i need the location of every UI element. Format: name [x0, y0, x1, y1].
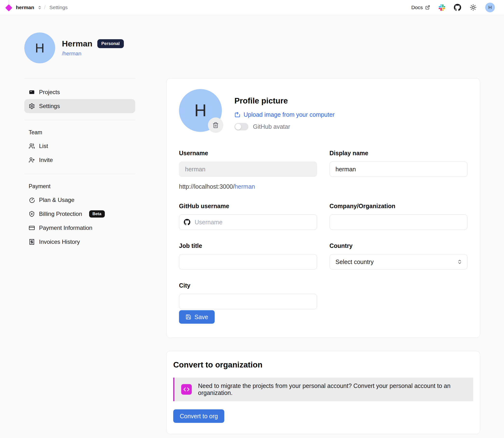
sidebar-item-label: Invoices History — [39, 239, 80, 245]
sidebar-item-label: Payment Information — [39, 225, 92, 231]
profile-name: Herman — [62, 39, 92, 48]
upload-link-label: Upload image from your computer — [244, 111, 335, 118]
sidebar-item-label: Projects — [39, 89, 60, 96]
save-button-label: Save — [195, 314, 208, 321]
github-avatar-toggle-label: GitHub avatar — [253, 123, 290, 130]
sidebar-section-title-team: Team — [24, 129, 135, 136]
code-icon — [181, 384, 192, 395]
beta-badge: Beta — [89, 210, 105, 218]
sidebar-section-title-payment: Payment — [24, 183, 135, 190]
display-name-label: Display name — [330, 150, 468, 157]
profile-url-helper: http://localhost:3000/herman — [179, 183, 317, 190]
profile-picture-title: Profile picture — [234, 96, 335, 105]
brand-diamond-icon — [5, 0, 12, 15]
job-title-group: Job title — [179, 242, 317, 270]
external-link-icon — [425, 5, 430, 10]
sidebar-item-plan-usage[interactable]: Plan & Usage — [24, 193, 135, 207]
avatar-initial: H — [195, 101, 207, 120]
sidebar-item-label: Invite — [39, 157, 53, 164]
workspace-name: herman — [16, 5, 34, 10]
sidebar-item-label: Settings — [39, 103, 60, 110]
docs-link[interactable]: Docs — [411, 5, 430, 10]
job-title-label: Job title — [179, 242, 317, 249]
receipt-icon — [29, 239, 35, 245]
divider — [24, 120, 135, 120]
chevrons-up-down-icon — [38, 6, 42, 10]
save-button[interactable]: Save — [179, 310, 215, 324]
sidebar-item-label: Plan & Usage — [39, 197, 74, 203]
save-icon — [185, 314, 191, 320]
sun-theme-icon[interactable] — [470, 4, 477, 11]
breadcrumb-separator: / — [44, 4, 46, 11]
country-select[interactable]: Select country — [330, 254, 468, 270]
credit-card-icon — [29, 225, 35, 231]
sidebar-item-list[interactable]: List — [24, 139, 135, 153]
sidebar-item-settings[interactable]: Settings — [24, 99, 135, 113]
sidebar: Projects Settings Team List — [24, 78, 135, 256]
country-select-value: Select country — [336, 258, 374, 265]
username-group: Username http://localhost:3000/herman — [179, 150, 317, 190]
github-username-group: GitHub username — [179, 203, 317, 230]
slack-icon[interactable] — [439, 4, 445, 11]
chevrons-up-down-icon — [457, 259, 462, 264]
username-input[interactable] — [179, 162, 317, 177]
convert-card-title: Convert to organization — [173, 360, 473, 369]
sidebar-item-billing-protection[interactable]: Billing Protection Beta — [24, 207, 135, 221]
sidebar-item-payment-information[interactable]: Payment Information — [24, 221, 135, 235]
users-icon — [29, 143, 35, 149]
upload-icon — [234, 112, 241, 118]
profile-settings-card: H Profile picture U — [166, 78, 480, 338]
profile-avatar: H — [24, 33, 55, 63]
sidebar-item-label: Billing Protection — [39, 211, 82, 217]
city-group: City — [179, 282, 317, 309]
country-group: Country Select country — [330, 242, 468, 270]
github-avatar-toggle[interactable] — [234, 123, 248, 131]
docs-label: Docs — [411, 5, 423, 10]
main-content: H Profile picture U — [166, 78, 480, 434]
gauge-icon — [29, 197, 35, 203]
upload-image-link[interactable]: Upload image from your computer — [234, 111, 335, 118]
username-label: Username — [179, 150, 317, 157]
city-label: City — [179, 282, 317, 289]
github-username-label: GitHub username — [179, 203, 317, 210]
profile-url-prefix: http://localhost:3000/ — [179, 183, 235, 190]
gear-icon — [29, 103, 35, 109]
sidebar-item-invite[interactable]: Invite — [24, 153, 135, 167]
divider — [24, 78, 135, 78]
profile-url-link[interactable]: herman — [235, 183, 255, 190]
avatar-initial: H — [35, 40, 45, 55]
convert-info-alert: Need to migrate the projects from your p… — [173, 378, 473, 401]
toggle-knob — [235, 124, 241, 130]
sidebar-item-label: List — [39, 143, 48, 149]
profile-header: H Herman Personal /herman — [24, 33, 480, 63]
github-username-input[interactable] — [179, 214, 317, 230]
city-input[interactable] — [179, 294, 317, 309]
convert-to-org-button[interactable]: Convert to org — [173, 409, 224, 423]
user-avatar[interactable]: H — [485, 3, 495, 12]
divider — [24, 174, 135, 174]
profile-handle-link[interactable]: /herman — [62, 51, 124, 57]
personal-badge: Personal — [97, 39, 124, 48]
topbar: herman / Settings Docs H — [0, 0, 504, 15]
github-icon — [184, 219, 190, 226]
country-label: Country — [330, 242, 468, 249]
company-input[interactable] — [330, 214, 468, 230]
convert-button-label: Convert to org — [180, 413, 218, 420]
job-title-input[interactable] — [179, 254, 317, 270]
convert-alert-text: Need to migrate the projects from your p… — [198, 383, 466, 396]
trash-icon — [213, 122, 219, 128]
workspace-switcher[interactable]: herman — [5, 0, 42, 15]
delete-avatar-button[interactable] — [208, 117, 223, 133]
display-name-group: Display name — [330, 150, 468, 190]
display-name-input[interactable] — [330, 162, 468, 177]
github-icon[interactable] — [454, 4, 461, 11]
shield-plus-icon — [29, 211, 35, 217]
company-group: Company/Organization — [330, 203, 468, 230]
convert-to-organization-card: Convert to organization Need to migrate … — [166, 351, 480, 434]
wallet-icon — [29, 89, 35, 95]
sidebar-item-projects[interactable]: Projects — [24, 85, 135, 99]
breadcrumb-current: Settings — [49, 5, 68, 10]
sidebar-item-invoices-history[interactable]: Invoices History — [24, 235, 135, 249]
user-plus-icon — [29, 157, 35, 163]
company-label: Company/Organization — [330, 203, 468, 210]
